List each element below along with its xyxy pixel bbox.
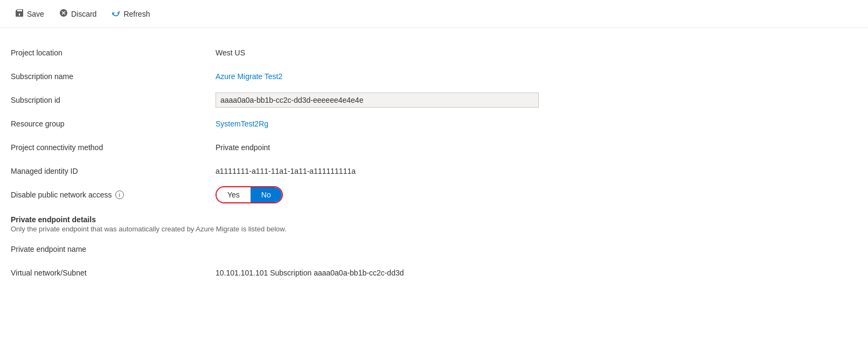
- connectivity-method-label: Project connectivity method: [11, 143, 216, 152]
- public-access-toggle[interactable]: Yes No: [216, 186, 283, 203]
- subscription-name-row: Subscription name Azure Migrate Test2: [11, 65, 855, 88]
- connectivity-method-value: Private endpoint: [216, 143, 855, 152]
- refresh-button[interactable]: Refresh: [105, 5, 156, 23]
- virtual-network-label: Virtual network/Subnet: [11, 269, 216, 277]
- resource-group-label: Resource group: [11, 119, 216, 128]
- resource-group-row: Resource group SystemTest2Rg: [11, 112, 855, 136]
- project-location-label: Project location: [11, 48, 216, 57]
- discard-icon: [59, 9, 68, 19]
- subscription-name-label: Subscription name: [11, 72, 216, 81]
- save-icon: [15, 9, 24, 19]
- connectivity-method-row: Project connectivity method Private endp…: [11, 136, 855, 159]
- save-button[interactable]: Save: [9, 5, 51, 22]
- project-location-row: Project location West US: [11, 41, 855, 65]
- main-content: Project location West US Subscription na…: [0, 28, 868, 298]
- endpoint-name-row: Private endpoint name: [11, 237, 855, 261]
- managed-identity-value: a1111111-a111-11a1-1a11-a111111111a: [216, 167, 855, 175]
- project-location-value: West US: [216, 48, 855, 57]
- toggle-yes-button[interactable]: Yes: [217, 187, 251, 202]
- private-endpoint-section-title: Private endpoint details: [11, 215, 855, 224]
- virtual-network-value: 10.101.101.101 Subscription aaaa0a0a-bb1…: [216, 269, 855, 277]
- subscription-id-row: Subscription id aaaa0a0a-bb1b-cc2c-dd3d-…: [11, 88, 855, 112]
- managed-identity-row: Managed identity ID a1111111-a111-11a1-1…: [11, 159, 855, 183]
- private-endpoint-section: Private endpoint details Only the privat…: [11, 215, 855, 285]
- discard-button[interactable]: Discard: [53, 5, 103, 23]
- refresh-label: Refresh: [123, 10, 150, 18]
- virtual-network-row: Virtual network/Subnet 10.101.101.101 Su…: [11, 261, 855, 285]
- subscription-id-value: aaaa0a0a-bb1b-cc2c-dd3d-eeeeee4e4e4e: [216, 93, 539, 108]
- private-endpoint-section-subtitle: Only the private endpoint that was autom…: [11, 225, 855, 233]
- refresh-icon: [112, 9, 120, 19]
- endpoint-name-label: Private endpoint name: [11, 245, 216, 253]
- discard-label: Discard: [71, 10, 96, 18]
- disable-public-access-label: Disable public network access i: [11, 190, 216, 199]
- subscription-name-value[interactable]: Azure Migrate Test2: [216, 72, 855, 81]
- toggle-no-button[interactable]: No: [251, 187, 282, 202]
- managed-identity-label: Managed identity ID: [11, 167, 216, 175]
- toolbar: Save Discard Refresh: [0, 0, 868, 28]
- info-icon[interactable]: i: [115, 190, 124, 199]
- save-label: Save: [27, 10, 44, 18]
- subscription-id-label: Subscription id: [11, 96, 216, 104]
- disable-public-access-row: Disable public network access i Yes No: [11, 183, 855, 207]
- resource-group-value[interactable]: SystemTest2Rg: [216, 119, 855, 128]
